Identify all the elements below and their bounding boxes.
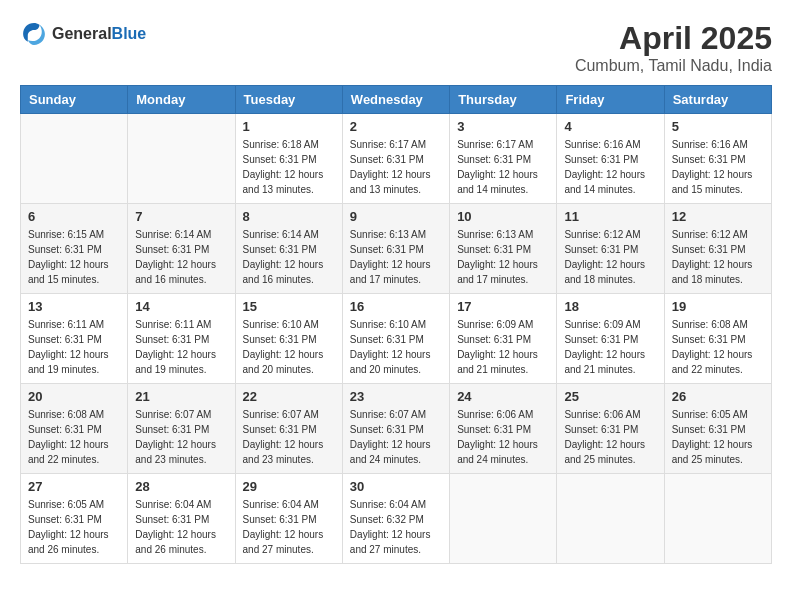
day-header-wednesday: Wednesday	[342, 86, 449, 114]
calendar-cell: 13Sunrise: 6:11 AM Sunset: 6:31 PM Dayli…	[21, 294, 128, 384]
calendar-cell: 27Sunrise: 6:05 AM Sunset: 6:31 PM Dayli…	[21, 474, 128, 564]
calendar-cell: 9Sunrise: 6:13 AM Sunset: 6:31 PM Daylig…	[342, 204, 449, 294]
day-number: 19	[672, 299, 764, 314]
day-header-monday: Monday	[128, 86, 235, 114]
day-number: 14	[135, 299, 227, 314]
day-info: Sunrise: 6:17 AM Sunset: 6:31 PM Dayligh…	[350, 137, 442, 197]
calendar-cell	[21, 114, 128, 204]
calendar-cell: 29Sunrise: 6:04 AM Sunset: 6:31 PM Dayli…	[235, 474, 342, 564]
day-number: 20	[28, 389, 120, 404]
calendar-cell: 25Sunrise: 6:06 AM Sunset: 6:31 PM Dayli…	[557, 384, 664, 474]
calendar-cell: 18Sunrise: 6:09 AM Sunset: 6:31 PM Dayli…	[557, 294, 664, 384]
day-info: Sunrise: 6:13 AM Sunset: 6:31 PM Dayligh…	[350, 227, 442, 287]
week-row-4: 20Sunrise: 6:08 AM Sunset: 6:31 PM Dayli…	[21, 384, 772, 474]
day-number: 27	[28, 479, 120, 494]
day-info: Sunrise: 6:10 AM Sunset: 6:31 PM Dayligh…	[243, 317, 335, 377]
calendar-cell: 5Sunrise: 6:16 AM Sunset: 6:31 PM Daylig…	[664, 114, 771, 204]
day-info: Sunrise: 6:14 AM Sunset: 6:31 PM Dayligh…	[243, 227, 335, 287]
day-header-friday: Friday	[557, 86, 664, 114]
calendar-cell: 22Sunrise: 6:07 AM Sunset: 6:31 PM Dayli…	[235, 384, 342, 474]
day-number: 7	[135, 209, 227, 224]
day-number: 10	[457, 209, 549, 224]
calendar-cell: 26Sunrise: 6:05 AM Sunset: 6:31 PM Dayli…	[664, 384, 771, 474]
calendar-cell: 7Sunrise: 6:14 AM Sunset: 6:31 PM Daylig…	[128, 204, 235, 294]
day-info: Sunrise: 6:06 AM Sunset: 6:31 PM Dayligh…	[457, 407, 549, 467]
day-number: 28	[135, 479, 227, 494]
calendar-cell: 30Sunrise: 6:04 AM Sunset: 6:32 PM Dayli…	[342, 474, 449, 564]
week-row-1: 1Sunrise: 6:18 AM Sunset: 6:31 PM Daylig…	[21, 114, 772, 204]
day-info: Sunrise: 6:09 AM Sunset: 6:31 PM Dayligh…	[457, 317, 549, 377]
calendar-table: SundayMondayTuesdayWednesdayThursdayFrid…	[20, 85, 772, 564]
calendar-cell: 4Sunrise: 6:16 AM Sunset: 6:31 PM Daylig…	[557, 114, 664, 204]
calendar-body: 1Sunrise: 6:18 AM Sunset: 6:31 PM Daylig…	[21, 114, 772, 564]
calendar-cell: 16Sunrise: 6:10 AM Sunset: 6:31 PM Dayli…	[342, 294, 449, 384]
logo: GeneralBlue	[20, 20, 146, 48]
day-header-thursday: Thursday	[450, 86, 557, 114]
day-number: 18	[564, 299, 656, 314]
calendar-cell	[128, 114, 235, 204]
day-info: Sunrise: 6:05 AM Sunset: 6:31 PM Dayligh…	[672, 407, 764, 467]
day-info: Sunrise: 6:10 AM Sunset: 6:31 PM Dayligh…	[350, 317, 442, 377]
day-number: 11	[564, 209, 656, 224]
day-number: 2	[350, 119, 442, 134]
day-number: 8	[243, 209, 335, 224]
day-info: Sunrise: 6:12 AM Sunset: 6:31 PM Dayligh…	[564, 227, 656, 287]
week-row-2: 6Sunrise: 6:15 AM Sunset: 6:31 PM Daylig…	[21, 204, 772, 294]
calendar-cell	[557, 474, 664, 564]
month-year: April 2025	[575, 20, 772, 57]
calendar-cell: 6Sunrise: 6:15 AM Sunset: 6:31 PM Daylig…	[21, 204, 128, 294]
calendar-header: SundayMondayTuesdayWednesdayThursdayFrid…	[21, 86, 772, 114]
days-of-week-row: SundayMondayTuesdayWednesdayThursdayFrid…	[21, 86, 772, 114]
location: Cumbum, Tamil Nadu, India	[575, 57, 772, 75]
day-number: 26	[672, 389, 764, 404]
calendar-cell: 23Sunrise: 6:07 AM Sunset: 6:31 PM Dayli…	[342, 384, 449, 474]
logo-icon	[20, 20, 48, 48]
day-info: Sunrise: 6:11 AM Sunset: 6:31 PM Dayligh…	[28, 317, 120, 377]
day-info: Sunrise: 6:08 AM Sunset: 6:31 PM Dayligh…	[28, 407, 120, 467]
day-number: 4	[564, 119, 656, 134]
calendar-cell: 20Sunrise: 6:08 AM Sunset: 6:31 PM Dayli…	[21, 384, 128, 474]
day-number: 9	[350, 209, 442, 224]
calendar-cell	[664, 474, 771, 564]
week-row-5: 27Sunrise: 6:05 AM Sunset: 6:31 PM Dayli…	[21, 474, 772, 564]
day-info: Sunrise: 6:16 AM Sunset: 6:31 PM Dayligh…	[672, 137, 764, 197]
day-number: 15	[243, 299, 335, 314]
title-block: April 2025 Cumbum, Tamil Nadu, India	[575, 20, 772, 75]
calendar-cell: 19Sunrise: 6:08 AM Sunset: 6:31 PM Dayli…	[664, 294, 771, 384]
day-info: Sunrise: 6:18 AM Sunset: 6:31 PM Dayligh…	[243, 137, 335, 197]
day-number: 29	[243, 479, 335, 494]
day-number: 16	[350, 299, 442, 314]
day-info: Sunrise: 6:09 AM Sunset: 6:31 PM Dayligh…	[564, 317, 656, 377]
day-number: 24	[457, 389, 549, 404]
day-info: Sunrise: 6:07 AM Sunset: 6:31 PM Dayligh…	[243, 407, 335, 467]
calendar-cell: 10Sunrise: 6:13 AM Sunset: 6:31 PM Dayli…	[450, 204, 557, 294]
day-info: Sunrise: 6:12 AM Sunset: 6:31 PM Dayligh…	[672, 227, 764, 287]
day-number: 30	[350, 479, 442, 494]
calendar-cell: 24Sunrise: 6:06 AM Sunset: 6:31 PM Dayli…	[450, 384, 557, 474]
day-header-tuesday: Tuesday	[235, 86, 342, 114]
day-number: 21	[135, 389, 227, 404]
calendar-cell: 3Sunrise: 6:17 AM Sunset: 6:31 PM Daylig…	[450, 114, 557, 204]
day-info: Sunrise: 6:05 AM Sunset: 6:31 PM Dayligh…	[28, 497, 120, 557]
day-info: Sunrise: 6:13 AM Sunset: 6:31 PM Dayligh…	[457, 227, 549, 287]
week-row-3: 13Sunrise: 6:11 AM Sunset: 6:31 PM Dayli…	[21, 294, 772, 384]
calendar-cell: 2Sunrise: 6:17 AM Sunset: 6:31 PM Daylig…	[342, 114, 449, 204]
calendar-cell: 28Sunrise: 6:04 AM Sunset: 6:31 PM Dayli…	[128, 474, 235, 564]
calendar-cell	[450, 474, 557, 564]
calendar-cell: 21Sunrise: 6:07 AM Sunset: 6:31 PM Dayli…	[128, 384, 235, 474]
calendar-cell: 12Sunrise: 6:12 AM Sunset: 6:31 PM Dayli…	[664, 204, 771, 294]
calendar-cell: 8Sunrise: 6:14 AM Sunset: 6:31 PM Daylig…	[235, 204, 342, 294]
day-info: Sunrise: 6:08 AM Sunset: 6:31 PM Dayligh…	[672, 317, 764, 377]
calendar-cell: 1Sunrise: 6:18 AM Sunset: 6:31 PM Daylig…	[235, 114, 342, 204]
calendar-cell: 15Sunrise: 6:10 AM Sunset: 6:31 PM Dayli…	[235, 294, 342, 384]
day-number: 12	[672, 209, 764, 224]
day-header-saturday: Saturday	[664, 86, 771, 114]
logo-text: GeneralBlue	[52, 25, 146, 43]
day-info: Sunrise: 6:04 AM Sunset: 6:31 PM Dayligh…	[135, 497, 227, 557]
day-info: Sunrise: 6:16 AM Sunset: 6:31 PM Dayligh…	[564, 137, 656, 197]
day-info: Sunrise: 6:07 AM Sunset: 6:31 PM Dayligh…	[350, 407, 442, 467]
day-number: 6	[28, 209, 120, 224]
page-header: GeneralBlue April 2025 Cumbum, Tamil Nad…	[20, 20, 772, 75]
day-number: 1	[243, 119, 335, 134]
calendar-cell: 17Sunrise: 6:09 AM Sunset: 6:31 PM Dayli…	[450, 294, 557, 384]
